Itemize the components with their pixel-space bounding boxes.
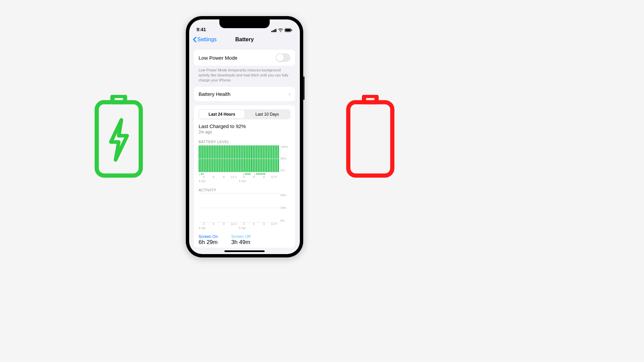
svg-rect-5 bbox=[275, 29, 276, 32]
charging-indicator-row: ⚡︎⚡︎⚡︎ bbox=[199, 173, 290, 175]
svg-rect-7 bbox=[285, 29, 291, 32]
battery-health-label: Battery Health bbox=[199, 91, 230, 97]
notch bbox=[219, 19, 270, 28]
lpm-description: Low Power Mode temporarily reduces backg… bbox=[194, 66, 295, 83]
usage-card: Last 24 Hours Last 10 Days Last Charged … bbox=[194, 105, 295, 248]
chevron-left-icon bbox=[193, 37, 197, 43]
lpm-label: Low Power Mode bbox=[199, 55, 237, 61]
svg-rect-10 bbox=[348, 102, 392, 176]
wifi-icon bbox=[278, 28, 283, 32]
iphone-frame: 9:41 Settings Battery Low Power Mode Low… bbox=[186, 16, 303, 257]
cellular-icon bbox=[271, 28, 277, 32]
low-power-mode-row[interactable]: Low Power Mode bbox=[194, 50, 295, 66]
chevron-right-icon: › bbox=[288, 90, 290, 98]
svg-rect-1 bbox=[97, 102, 141, 176]
screen-off-value: 3h 49m bbox=[231, 239, 250, 246]
tab-10d[interactable]: Last 10 Days bbox=[245, 110, 290, 119]
time-range-segment[interactable]: Last 24 Hours Last 10 Days bbox=[199, 109, 290, 119]
screen-on-value: 6h 29m bbox=[199, 239, 218, 246]
navigation-bar: Settings Battery bbox=[189, 33, 300, 46]
screen-off-label: Screen Off bbox=[231, 234, 250, 239]
battery-empty-icon bbox=[343, 95, 397, 179]
back-label: Settings bbox=[197, 37, 217, 43]
svg-rect-3 bbox=[273, 30, 274, 32]
activity-chart: 60m 30m 0m bbox=[199, 193, 290, 222]
battery-level-label: BATTERY LEVEL bbox=[199, 140, 290, 144]
home-indicator[interactable] bbox=[224, 250, 265, 252]
page-title: Battery bbox=[235, 37, 254, 43]
screen-on-label: Screen On bbox=[199, 234, 218, 239]
status-time: 9:41 bbox=[197, 27, 206, 32]
last-charge-sub: 2m ago bbox=[199, 130, 290, 134]
battery-icon bbox=[284, 28, 292, 32]
battery-charging-icon bbox=[92, 95, 146, 179]
svg-rect-8 bbox=[291, 29, 292, 31]
activity-totals: Screen On 6h 29m Screen Off 3h 49m bbox=[199, 234, 290, 248]
activity-label: ACTIVITY bbox=[199, 188, 290, 192]
battery-health-row[interactable]: Battery Health › bbox=[194, 87, 295, 101]
back-button[interactable]: Settings bbox=[193, 37, 217, 43]
tab-24h[interactable]: Last 24 Hours bbox=[199, 110, 245, 119]
last-charge-title: Last Charged to 92% bbox=[199, 123, 290, 129]
battery-level-chart: 100% 50% 0% bbox=[199, 145, 290, 172]
svg-rect-2 bbox=[271, 31, 272, 32]
svg-rect-4 bbox=[274, 29, 275, 32]
lpm-toggle[interactable] bbox=[276, 53, 290, 62]
